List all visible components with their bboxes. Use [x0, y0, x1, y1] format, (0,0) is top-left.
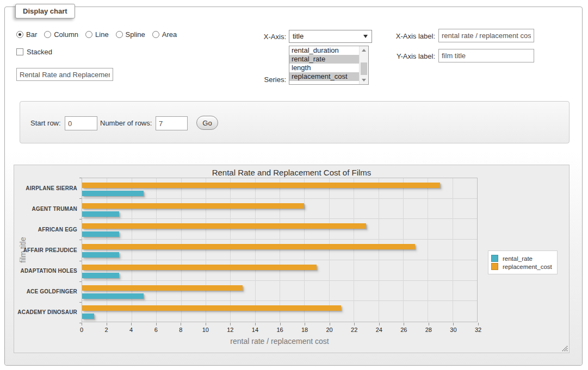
y-category-label: ACADEMY DINOSAUR	[33, 302, 77, 322]
bar-rental_rate	[82, 191, 144, 196]
row-controls-panel: Start row: Number of rows: Go	[20, 101, 570, 143]
y-axis-label-label: Y-Axis label:	[387, 52, 435, 60]
x-axis-selected-value: title	[293, 32, 304, 40]
gridline	[428, 178, 428, 322]
y-axis-label-input[interactable]	[438, 49, 534, 62]
radio-column-icon[interactable]	[44, 31, 51, 38]
bar-replacement_cost	[82, 265, 317, 270]
bar-rental_rate	[82, 231, 119, 237]
x-tick-label: 14	[252, 327, 258, 333]
bar-rental_rate	[82, 293, 144, 299]
chart-title: Rental Rate and Replacement Cost of Film…	[14, 168, 569, 177]
num-rows-label: Number of rows:	[100, 119, 152, 127]
num-rows-input[interactable]	[156, 116, 188, 130]
x-tick-label: 24	[376, 327, 382, 333]
gridline	[453, 178, 453, 322]
series-option-length[interactable]: length	[289, 64, 359, 72]
resize-handle-icon[interactable]	[562, 346, 568, 352]
x-tick-label: 22	[351, 327, 357, 333]
start-row-input[interactable]	[65, 116, 97, 130]
gridline	[230, 178, 231, 322]
x-axis-select[interactable]: title	[289, 30, 372, 43]
legend-swatch-rental-rate	[491, 255, 498, 262]
tick-mark	[453, 323, 454, 325]
bar-replacement_cost	[82, 183, 440, 188]
bar-replacement_cost	[82, 244, 415, 249]
radio-bar[interactable]: Bar	[16, 30, 37, 39]
series-list-scrollbar[interactable]	[359, 46, 368, 84]
bar-replacement_cost	[82, 285, 243, 291]
series-multiselect[interactable]: rental_durationrental_ratelengthreplacem…	[289, 46, 369, 85]
gridline	[206, 178, 206, 322]
x-axis-label-label: X-Axis label:	[387, 32, 435, 40]
panel-title: Display chart	[15, 4, 75, 18]
series-option-rental_duration[interactable]: rental_duration	[289, 46, 359, 55]
series-option-rental_rate[interactable]: rental_rate	[289, 55, 359, 64]
x-tick-label: 12	[227, 327, 233, 333]
x-axis-label-input[interactable]	[438, 29, 534, 42]
gridline	[379, 178, 379, 322]
radio-bar-label: Bar	[26, 30, 37, 39]
radio-column[interactable]: Column	[44, 30, 78, 39]
gridline	[354, 178, 354, 322]
gridline	[304, 178, 305, 322]
radio-spline[interactable]: Spline	[116, 30, 145, 39]
plot-area	[82, 178, 478, 322]
radio-bar-icon[interactable]	[16, 31, 23, 38]
radio-area[interactable]: Area	[152, 30, 177, 39]
bar-replacement_cost	[82, 203, 304, 209]
x-axis-tick-marks	[82, 323, 478, 325]
y-axis-category-labels: AIRPLANE SIERRAAGENT TRUMANAFRICAN EGGAF…	[33, 178, 77, 322]
radio-line-label: Line	[95, 30, 109, 39]
dropdown-arrow-icon	[363, 35, 368, 38]
tick-mark	[404, 323, 404, 325]
radio-area-label: Area	[162, 30, 177, 39]
y-category-label: AIRPLANE SIERRA	[33, 178, 77, 198]
y-category-label: ADAPTATION HOLES	[33, 260, 77, 281]
chart-zone: Rental Rate and Replacement Cost of Film…	[5, 151, 582, 365]
go-button[interactable]: Go	[196, 116, 218, 130]
legend-item-rental-rate: rental_rate	[491, 255, 552, 262]
tick-mark	[156, 323, 157, 325]
x-tick-label: 2	[105, 327, 108, 333]
radio-area-icon[interactable]	[152, 31, 159, 38]
gridline	[181, 178, 182, 322]
y-category-label: AFFAIR PREJUDICE	[33, 240, 77, 260]
x-axis-select-label: X-Axis:	[253, 33, 286, 41]
x-tick-label: 28	[425, 327, 432, 333]
bar-rental_rate	[82, 211, 119, 217]
tick-mark	[280, 323, 281, 325]
chart-type-radio-group: Bar Column Line Spline Area	[16, 30, 177, 39]
radio-column-label: Column	[54, 30, 78, 39]
gridline	[255, 178, 256, 322]
radio-line-icon[interactable]	[85, 31, 92, 38]
scroll-up-icon[interactable]	[360, 46, 368, 54]
tick-mark	[107, 323, 107, 325]
x-tick-label: 6	[154, 327, 158, 333]
x-tick-label: 16	[276, 327, 283, 333]
legend-swatch-replacement-cost	[491, 263, 498, 270]
tick-mark	[429, 323, 429, 325]
x-tick-label: 30	[450, 327, 456, 333]
x-axis-title: rental rate / replacement cost	[82, 337, 478, 346]
x-axis-tick-labels: 02468101214161820222426283032	[82, 327, 478, 334]
radio-line[interactable]: Line	[85, 30, 109, 39]
series-select-label: Series:	[253, 76, 286, 84]
radio-spline-icon[interactable]	[116, 31, 123, 38]
stacked-checkbox[interactable]	[16, 48, 23, 55]
scroll-down-icon[interactable]	[360, 76, 368, 84]
scrollbar-thumb[interactable]	[361, 62, 367, 75]
chart-title-input[interactable]	[16, 68, 113, 81]
y-category-label: ACE GOLDFINGER	[33, 281, 77, 302]
stacked-checkbox-row[interactable]: Stacked	[16, 48, 52, 56]
tick-mark	[82, 323, 82, 325]
bar-rental_rate	[82, 313, 94, 319]
tick-mark	[354, 323, 355, 325]
tick-mark	[131, 323, 132, 325]
series-option-replacement_cost[interactable]: replacement_cost	[289, 72, 359, 81]
tick-mark	[206, 323, 206, 325]
x-tick-label: 8	[179, 327, 182, 333]
x-tick-label: 32	[475, 327, 481, 333]
bar-chart: Rental Rate and Replacement Cost of Film…	[14, 165, 570, 353]
tick-mark	[330, 323, 330, 325]
